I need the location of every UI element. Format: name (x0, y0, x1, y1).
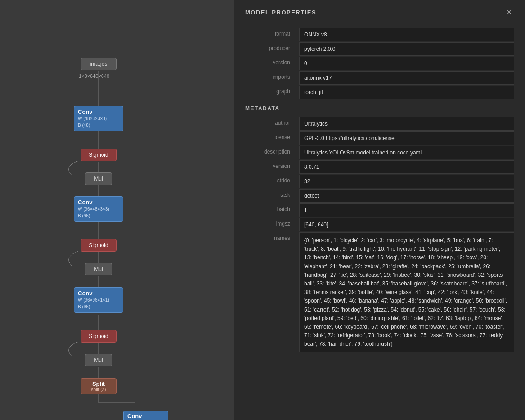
node-sigmoid2: Sigmoid (81, 239, 117, 252)
meta-value: 1 (299, 203, 514, 217)
node-split: Split split (2) (81, 378, 117, 394)
meta-value: Ultralytics (299, 117, 514, 131)
conv3-b: B (96) (78, 303, 90, 310)
prop-key: imports (245, 71, 299, 80)
property-row: format ONNX v8 (245, 28, 514, 42)
prop-key: format (245, 28, 299, 37)
meta-key: author (245, 117, 299, 126)
sigmoid2-label: Sigmoid (89, 242, 108, 248)
prop-key: graph (245, 86, 299, 95)
conv2-b: B (96) (78, 212, 90, 219)
meta-value: 32 (299, 175, 514, 188)
graph-canvas: images 1×3×640×640 Conv W (48×3×3×3) B (… (0, 0, 234, 420)
meta-value: Ultralytics YOLOv8m model trained on coc… (299, 146, 514, 159)
meta-key: task (245, 189, 299, 198)
meta-key: description (245, 146, 299, 155)
meta-key: version (245, 160, 299, 169)
conv2-w: W (96×48×3×3) (78, 206, 109, 212)
meta-value: {0: 'person', 1: 'bicycle', 2: 'car', 3:… (299, 232, 514, 352)
conv1-title: Conv (78, 108, 93, 115)
property-row: imports ai.onnx v17 (245, 71, 514, 86)
panel-title: MODEL PROPERTIES (245, 9, 316, 16)
close-button[interactable]: × (504, 7, 514, 17)
property-row: version 0 (245, 57, 514, 71)
conv2-title: Conv (78, 199, 93, 206)
node-mul3: Mul (85, 354, 112, 366)
node-conv2: Conv W (96×48×3×3) B (96) (74, 196, 123, 222)
sigmoid3-label: Sigmoid (89, 333, 108, 339)
node-conv1: Conv W (48×3×3×3) B (48) (74, 106, 123, 131)
panel-header: MODEL PROPERTIES × (245, 7, 514, 19)
metadata-row: version 8.0.71 (245, 160, 514, 175)
metadata-section-header: METADATA (245, 105, 514, 112)
mul2-label: Mul (94, 266, 103, 272)
metadata-container: author Ultralytics license GPL-3.0 https… (245, 117, 514, 352)
metadata-row: license GPL-3.0 https://ultralytics.com/… (245, 131, 514, 146)
conv3-title: Conv (78, 290, 93, 297)
properties-container: format ONNX v8 producer pytorch 2.0.0 ve… (245, 28, 514, 100)
prop-key: version (245, 57, 299, 66)
meta-key: names (245, 232, 299, 241)
conv1-w: W (48×3×3×3) (78, 115, 107, 122)
split-info: split (2) (91, 387, 106, 392)
meta-key: license (245, 131, 299, 140)
metadata-row: names {0: 'person', 1: 'bicycle', 2: 'ca… (245, 232, 514, 352)
meta-value: detect (299, 189, 514, 203)
meta-value: GPL-3.0 https://ultralytics.com/license (299, 131, 514, 145)
node-conv3: Conv W (96×96×1×1) B (96) (74, 287, 123, 313)
conv4-title: Conv (127, 413, 142, 420)
prop-value: ONNX v8 (299, 28, 514, 41)
properties-panel: MODEL PROPERTIES × format ONNX v8 produc… (234, 0, 525, 420)
meta-key: imgsz (245, 218, 299, 227)
node-images-label: images (90, 61, 108, 67)
node-conv4: Conv (123, 411, 168, 420)
mul3-label: Mul (94, 357, 103, 363)
prop-value: 0 (299, 57, 514, 70)
prop-value: torch_jit (299, 86, 514, 99)
split-title: Split (92, 380, 105, 387)
conv3-w: W (96×96×1×1) (78, 297, 109, 303)
prop-value: ai.onnx v17 (299, 71, 514, 85)
metadata-row: description Ultralytics YOLOv8m model tr… (245, 146, 514, 160)
mul1-label: Mul (94, 176, 103, 182)
property-row: graph torch_jit (245, 86, 514, 100)
prop-value: pytorch 2.0.0 (299, 42, 514, 56)
meta-value: [640, 640] (299, 218, 514, 231)
metadata-row: batch 1 (245, 203, 514, 218)
meta-key: batch (245, 203, 299, 212)
metadata-row: task detect (245, 189, 514, 203)
node-mul2: Mul (85, 263, 112, 275)
conv1-b: B (48) (78, 122, 90, 129)
metadata-row: author Ultralytics (245, 117, 514, 131)
meta-key: stride (245, 175, 299, 184)
metadata-row: imgsz [640, 640] (245, 218, 514, 232)
dim-label: 1×3×640×640 (79, 73, 109, 79)
prop-key: producer (245, 42, 299, 51)
node-sigmoid1: Sigmoid (81, 149, 117, 161)
node-images: images (81, 58, 117, 70)
sigmoid1-label: Sigmoid (89, 152, 108, 158)
meta-value: 8.0.71 (299, 160, 514, 174)
metadata-row: stride 32 (245, 175, 514, 189)
property-row: producer pytorch 2.0.0 (245, 42, 514, 57)
node-sigmoid3: Sigmoid (81, 330, 117, 343)
node-mul1: Mul (85, 172, 112, 185)
